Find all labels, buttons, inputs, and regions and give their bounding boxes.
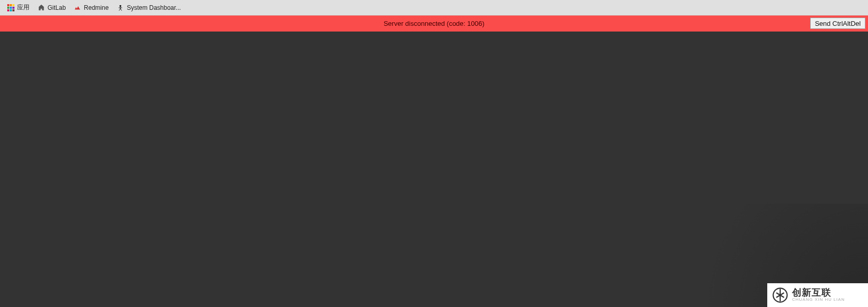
redmine-icon: [74, 4, 81, 11]
bookmark-label: GitLab: [48, 4, 66, 11]
apps-grid-icon: [7, 4, 14, 11]
bookmark-redmine[interactable]: Redmine: [71, 2, 112, 13]
watermark-badge: 创新互联 CHUANG XIN HU LIAN: [767, 283, 868, 307]
bookmark-gitlab[interactable]: GitLab: [35, 2, 69, 13]
dashboard-icon: [117, 4, 124, 11]
status-bar: Server disconnected (code: 1006) Send Ct…: [0, 16, 868, 32]
brand-name-en: CHUANG XIN HU LIAN: [792, 298, 845, 302]
apps-label: 应用: [17, 3, 29, 12]
bookmark-label: System Dashboar...: [127, 4, 181, 11]
bookmark-label: Redmine: [84, 4, 109, 11]
send-ctrlaltdel-button[interactable]: Send CtrlAltDel: [810, 18, 865, 29]
svg-point-1: [120, 5, 122, 7]
brand-logo-icon: [772, 287, 788, 303]
bookmark-system-dashboard[interactable]: System Dashboar...: [114, 2, 184, 13]
remote-screen-view: [0, 32, 868, 307]
gitlab-icon: [38, 4, 45, 11]
brand-name-cn: 创新互联: [792, 288, 845, 298]
apps-button[interactable]: 应用: [4, 1, 33, 14]
brand-text: 创新互联 CHUANG XIN HU LIAN: [792, 288, 845, 302]
disconnect-message: Server disconnected (code: 1006): [383, 20, 484, 27]
bookmarks-bar: 应用 GitLab Redmine System Dashboar...: [0, 0, 868, 16]
